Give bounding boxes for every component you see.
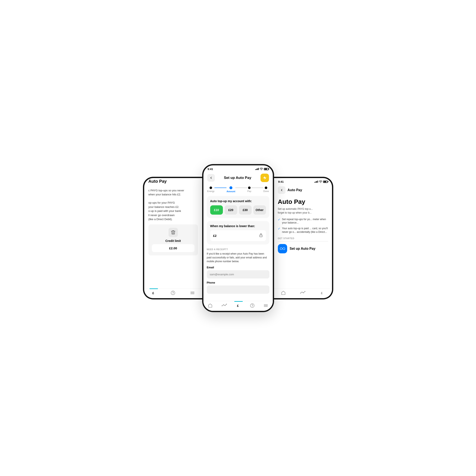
autopay-heading: Auto Pay xyxy=(278,198,328,205)
amount-btn-20-label: £20 xyxy=(228,208,233,212)
scene: Auto Pay c PAYG top-ups so you never whe… xyxy=(122,164,354,312)
infinity-icon xyxy=(280,247,285,250)
amount-btn-20[interactable]: £20 xyxy=(224,205,237,215)
setup-btn-label: Set up Auto Pay xyxy=(290,247,316,251)
progress-steps: Energy Amount Pay Done xyxy=(204,184,273,196)
right-status-bar: 9:41 xyxy=(274,178,332,185)
left-bottom-nav: £ xyxy=(144,288,202,298)
left-header: Auto Pay xyxy=(144,178,202,186)
pound-icon: £ xyxy=(152,290,156,295)
balance-value: £2 xyxy=(213,234,217,238)
help-icon-center xyxy=(250,303,255,308)
nav-item-home-center[interactable] xyxy=(208,303,213,308)
nav-item-home-right[interactable] xyxy=(281,290,286,295)
amount-section-title: Auto top-up my account with: xyxy=(210,199,266,203)
nav-active-bar-center xyxy=(234,301,243,302)
nav-item-menu-center[interactable] xyxy=(263,303,268,308)
step-line-1 xyxy=(214,187,226,188)
step-dot-pay xyxy=(248,187,251,189)
left-title: Auto Pay xyxy=(149,179,198,184)
center-time: 9:41 xyxy=(208,168,213,171)
center-scroll-area: Auto top-up my account with: £10 £20 £30… xyxy=(204,196,273,301)
left-description: c PAYG top-ups so you never when your ba… xyxy=(149,188,198,221)
svg-point-17 xyxy=(250,304,254,307)
amount-btn-30[interactable]: £30 xyxy=(239,205,252,215)
step-line-2 xyxy=(235,187,247,188)
step-pay: Pay xyxy=(247,187,251,192)
nav-item-dots-right[interactable] xyxy=(300,290,306,295)
email-field-label: Email xyxy=(207,266,269,269)
right-body: Auto Pay Set up automatic PAYG top-u...f… xyxy=(274,196,332,288)
svg-text:£: £ xyxy=(153,291,154,295)
svg-line-27 xyxy=(301,292,302,293)
amount-btn-10-label: £10 xyxy=(214,208,219,212)
nav-item-balance-center[interactable]: £ xyxy=(236,303,241,308)
menu-icon-center xyxy=(263,303,268,308)
right-back-arrow-icon xyxy=(280,188,283,192)
center-bottom-nav: £ xyxy=(204,301,273,311)
svg-rect-8 xyxy=(260,235,262,237)
step-dot-done xyxy=(265,187,267,189)
svg-point-18 xyxy=(252,306,252,307)
step-done: Done xyxy=(263,187,269,192)
left-desc-line2: when your balance hits £2. xyxy=(149,193,181,196)
credit-limit-label: Credit limit xyxy=(165,239,181,242)
right-battery-icon xyxy=(323,181,328,183)
left-desc-line8: (like a Direct Debit). xyxy=(149,218,172,221)
step-amount: Amount xyxy=(226,186,235,193)
signal-bars xyxy=(255,168,259,170)
receipt-description: If you'd like a receipt when your Auto P… xyxy=(207,252,269,263)
amount-btn-other[interactable]: Other xyxy=(253,205,266,215)
nav-item-dots-center[interactable] xyxy=(221,303,227,308)
nav-item-help-center[interactable] xyxy=(250,303,255,308)
balance-icon-right: £ xyxy=(320,290,325,295)
home-icon-right xyxy=(281,290,286,295)
email-input[interactable] xyxy=(207,270,269,278)
svg-line-29 xyxy=(304,291,305,293)
right-phone: 9:41 xyxy=(274,177,333,299)
nav-item-balance-right[interactable]: £ xyxy=(320,290,325,295)
right-page-title: Auto Pay xyxy=(288,188,302,192)
nav-item-menu-left[interactable] xyxy=(190,290,195,295)
step-energy: Energy xyxy=(207,187,215,192)
receipt-section: NEED A RECEIPT? If you'd like a receipt … xyxy=(207,247,269,298)
left-phone: Auto Pay c PAYG top-ups so you never whe… xyxy=(143,177,202,299)
lock-icon xyxy=(259,233,263,238)
right-bottom-nav: £ xyxy=(274,288,332,298)
phone-input[interactable] xyxy=(207,286,269,294)
lightning-icon xyxy=(263,176,267,180)
amount-options: £10 £20 £30 Other xyxy=(210,205,266,215)
setup-autopay-button[interactable]: Set up Auto Pay xyxy=(278,244,328,253)
step-dot-energy xyxy=(210,187,212,189)
nav-active-bar xyxy=(150,289,158,289)
nav-item-help-left[interactable] xyxy=(171,290,175,295)
amount-section: Auto top-up my account with: £10 £20 £30… xyxy=(207,196,269,218)
lightning-button[interactable] xyxy=(260,174,269,182)
feature-list: ✓ Set repeat top-ups for yo... meter whe… xyxy=(278,218,328,234)
left-card: Credit limit £2.00 xyxy=(149,224,198,255)
amount-btn-10[interactable]: £10 xyxy=(210,205,223,215)
amount-btn-30-label: £30 xyxy=(243,208,248,212)
left-desc-line5: your balance reaches £2. xyxy=(149,205,179,208)
svg-point-2 xyxy=(173,294,173,294)
nav-item-balance-left[interactable]: £ xyxy=(152,290,156,295)
right-header: Auto Pay xyxy=(274,185,332,196)
credit-limit-value: £2.00 xyxy=(152,244,195,252)
back-button-right[interactable] xyxy=(278,186,286,194)
center-phone: 9:41 xyxy=(202,164,274,312)
step-label-pay: Pay xyxy=(247,190,251,192)
step-dot-amount xyxy=(229,186,232,189)
menu-icon xyxy=(190,290,195,295)
lock-svg xyxy=(259,233,263,238)
feature-text-1: Set repeat top-ups for yo... meter when … xyxy=(282,218,328,225)
help-icon xyxy=(171,290,175,295)
back-arrow-icon xyxy=(209,176,213,180)
get-started-label: GET STARTED xyxy=(278,237,328,239)
right-wifi-icon xyxy=(319,180,322,183)
balance-section-title: When my balance is lower than: xyxy=(210,224,266,228)
infinity-icon-wrap xyxy=(278,244,287,253)
center-status-icons xyxy=(255,168,269,170)
svg-text:£: £ xyxy=(237,304,239,307)
feature-text-2: Your auto top-up is paid ... card, so yo… xyxy=(282,227,328,234)
back-button-center[interactable] xyxy=(207,174,215,182)
